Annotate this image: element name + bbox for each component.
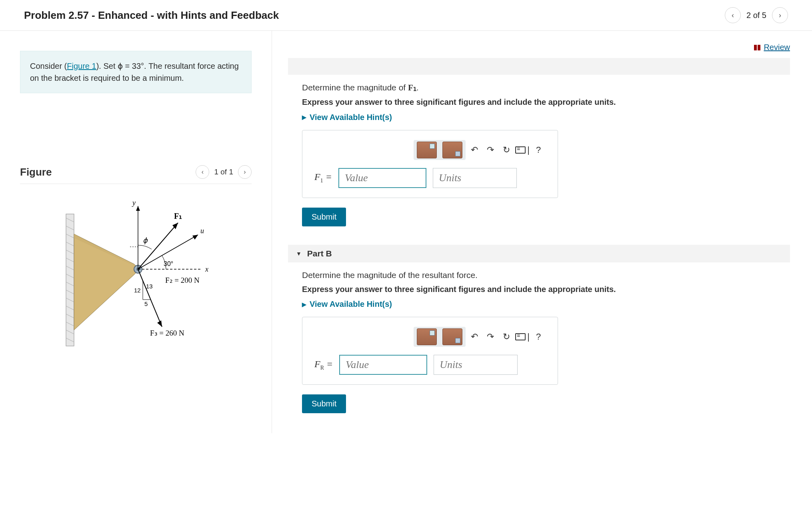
svg-text:ϕ: ϕ — [143, 236, 148, 244]
right-panel: Review Determine the magnitude of F₁. Ex… — [272, 31, 812, 433]
svg-text:F₃ = 260 N: F₃ = 260 N — [150, 329, 184, 337]
svg-text:F₁: F₁ — [174, 212, 182, 220]
part-a-var-label: F1 = — [314, 172, 332, 184]
keyboard-button[interactable]: | — [515, 143, 530, 157]
figure-heading: Figure — [20, 166, 52, 178]
figure-next-button[interactable]: › — [238, 165, 252, 179]
svg-rect-0 — [66, 214, 74, 346]
part-b-question: Determine the magnitude of the resultant… — [302, 270, 776, 280]
keyboard-icon — [515, 146, 526, 154]
undo-button[interactable]: ↶ — [467, 143, 482, 157]
template-button-2[interactable] — [442, 328, 462, 345]
redo-button[interactable]: ↷ — [483, 330, 498, 344]
svg-text:u: u — [200, 227, 204, 235]
help-button[interactable]: ? — [531, 143, 546, 157]
svg-text:F₂ = 200 N: F₂ = 200 N — [165, 276, 200, 284]
reset-button[interactable]: ↻ — [499, 330, 514, 344]
svg-marker-37 — [157, 320, 162, 327]
part-b-hints-toggle[interactable]: View Available Hint(s) — [302, 300, 392, 309]
part-a-value-input[interactable] — [338, 168, 426, 188]
prev-page-button[interactable]: ‹ — [725, 7, 741, 23]
part-b-instruction: Express your answer to three significant… — [302, 285, 776, 294]
review-link[interactable]: Review — [754, 43, 790, 52]
keyboard-button[interactable]: | — [515, 330, 530, 344]
part-a-toolbar: ↶ ↷ ↻ | ? — [314, 140, 546, 160]
part-b-header: ▼ Part B — [288, 245, 790, 262]
page-header: Problem 2.57 - Enhanced - with Hints and… — [0, 0, 812, 31]
part-b-collapse-toggle[interactable]: ▼ — [296, 250, 302, 257]
part-a-units-input[interactable] — [433, 168, 517, 188]
figure-link[interactable]: Figure 1 — [67, 62, 96, 70]
figure-section: Figure ‹ 1 of 1 › — [20, 165, 252, 350]
svg-marker-17 — [74, 234, 140, 330]
part-b-units-input[interactable] — [434, 355, 518, 375]
redo-button[interactable]: ↷ — [483, 143, 498, 157]
left-panel: Consider (Figure 1). Set ϕ = 33°. The re… — [0, 31, 272, 433]
flag-icon — [754, 45, 760, 50]
problem-prompt: Consider (Figure 1). Set ϕ = 33°. The re… — [20, 51, 252, 93]
part-b-submit-button[interactable]: Submit — [302, 394, 346, 413]
page-counter: 2 of 5 — [746, 11, 766, 20]
part-a: Determine the magnitude of F₁. Express y… — [288, 83, 790, 234]
part-b-value-input[interactable] — [339, 355, 427, 375]
help-button[interactable]: ? — [531, 330, 546, 344]
part-b-var-label: FR = — [314, 359, 333, 371]
part-a-question: Determine the magnitude of F₁. — [302, 83, 776, 93]
page-title: Problem 2.57 - Enhanced - with Hints and… — [24, 9, 279, 22]
part-b-answer-card: ↶ ↷ ↻ | ? FR = — [302, 317, 558, 385]
svg-text:5: 5 — [144, 300, 148, 307]
part-b-label: Part B — [307, 249, 332, 258]
template-button-1[interactable] — [417, 142, 437, 158]
template-button-1[interactable] — [417, 328, 437, 345]
next-page-button[interactable]: › — [772, 7, 788, 23]
figure-prev-button[interactable]: ‹ — [196, 165, 209, 179]
undo-button[interactable]: ↶ — [467, 330, 482, 344]
part-a-submit-button[interactable]: Submit — [302, 208, 346, 226]
svg-text:12: 12 — [134, 287, 141, 294]
figure-nav: ‹ 1 of 1 › — [196, 165, 252, 179]
svg-marker-22 — [136, 206, 140, 211]
reset-button[interactable]: ↻ — [499, 143, 514, 157]
template-button-2[interactable] — [442, 142, 462, 158]
part-a-answer-card: ↶ ↷ ↻ | ? F1 = — [302, 130, 558, 198]
svg-text:y: y — [132, 199, 136, 207]
keyboard-icon — [515, 333, 526, 340]
figure-counter: 1 of 1 — [214, 168, 233, 176]
part-b-toolbar: ↶ ↷ ↻ | ? — [314, 327, 546, 347]
part-a-instruction: Express your answer to three significant… — [302, 98, 776, 107]
figure-image: y x u F₁ ϕ 30 — [20, 184, 252, 350]
svg-text:13: 13 — [146, 283, 153, 290]
page-nav: ‹ 2 of 5 › — [725, 7, 788, 23]
svg-text:30°: 30° — [164, 260, 173, 267]
part-a-hints-toggle[interactable]: View Available Hint(s) — [302, 113, 392, 122]
part-b: Determine the magnitude of the resultant… — [288, 270, 790, 422]
part-a-strip — [288, 58, 790, 75]
svg-text:x: x — [205, 265, 208, 273]
